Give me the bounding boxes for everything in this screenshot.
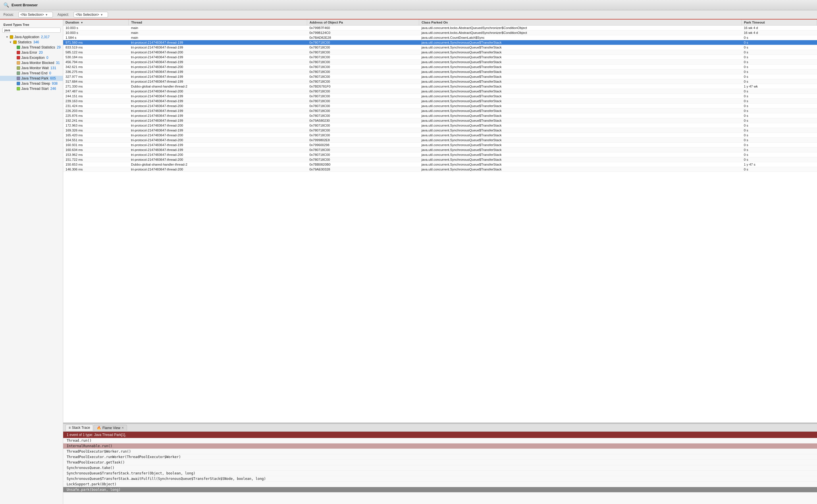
cell-thread: tri-protocol-2147483647-thread-199 [129, 79, 307, 84]
tree-label-thread-end: Java Thread End [21, 71, 47, 75]
sidebar-item-thread-park[interactable]: Java Thread Park 605 [0, 76, 63, 81]
cell-thread: tri-protocol-2147483647-thread-199 [129, 40, 307, 45]
table-row[interactable]: 971.560 mstri-protocol-2147483647-thread… [63, 40, 817, 45]
col-header-class[interactable]: Class Parked On [419, 20, 742, 26]
aspect-select[interactable]: <No Selection> ▼ [73, 12, 108, 18]
table-row[interactable]: 585.122 mstri-protocol-2147483647-thread… [63, 50, 817, 55]
stack-line-item: InternalRunnable.run() [63, 443, 817, 449]
tree-icon-thread-sleep [17, 82, 20, 85]
cell-class: java.util.concurrent.SynchronousQueue$Tr… [419, 123, 742, 128]
sidebar-item-monitor-wait[interactable]: Java Monitor Wait 131 [0, 65, 63, 71]
sidebar-item-thread-stats[interactable]: Java Thread Statistics 29 [0, 45, 63, 50]
table-row[interactable]: 150.653 msDubbo-global-shared-handler-th… [63, 162, 817, 167]
cell-class: java.util.concurrent.locks.AbstractQueue… [419, 26, 742, 30]
cell-class: java.util.concurrent.SynchronousQueue$Tr… [419, 60, 742, 65]
cell-address: 0x780718C00 [307, 99, 419, 104]
sidebar-search-input[interactable] [2, 28, 61, 33]
app-title: Event Browser [11, 3, 38, 7]
cell-timeout: 0 s [742, 89, 817, 94]
tree-icon-monitor-wait [17, 66, 20, 70]
cell-address: 0x780718C00 [307, 45, 419, 50]
cell-duration: 169.326 ms [63, 128, 129, 133]
table-row[interactable]: 317.684 mstri-protocol-2147483647-thread… [63, 79, 817, 84]
stack-trace-content: 1 event of 1 type: Java Thread Park[1], … [63, 432, 817, 504]
sidebar-item-thread-end[interactable]: Java Thread End 0 [0, 71, 63, 76]
table-row[interactable]: 327.977 mstri-protocol-2147483647-thread… [63, 74, 817, 79]
col-header-duration[interactable]: Duration ▼ [63, 20, 129, 26]
sidebar-item-java-exception[interactable]: Java Exception 0 [0, 55, 63, 60]
cell-timeout: 0 s [742, 55, 817, 60]
cell-class: java.util.concurrent.SynchronousQueue$Tr… [419, 55, 742, 60]
table-row[interactable]: 336.275 mstri-protocol-2147483647-thread… [63, 69, 817, 74]
cell-address: 0x780718C00 [307, 65, 419, 69]
col-header-timeout[interactable]: Park Timeout [742, 20, 817, 26]
sidebar-item-statistics[interactable]: ▼Statistics 346 [0, 40, 63, 45]
table-row[interactable]: 151.722 mstri-protocol-2147483647-thread… [63, 157, 817, 162]
stack-line-item: SynchronousQueue$TransferStack.transfer(… [63, 471, 817, 476]
flame-view-tab-label: Flame View [102, 426, 120, 430]
cell-thread: tri-protocol-2147483647-thread-200 [129, 133, 307, 138]
col-header-thread[interactable]: Thread [129, 20, 307, 26]
table-row[interactable]: 231.424 mstri-protocol-2147483647-thread… [63, 104, 817, 108]
tree-icon-thread-start [17, 87, 20, 90]
table-row[interactable]: 225.876 mstri-protocol-2147483647-thread… [63, 113, 817, 118]
table-row[interactable]: 244.151 mstri-protocol-2147483647-thread… [63, 94, 817, 99]
table-row[interactable]: 530.184 mstri-protocol-2147483647-thread… [63, 55, 817, 60]
table-row[interactable]: 1.584 smain0x7BAD82E28java.util.concurre… [63, 35, 817, 40]
cell-duration: 153.962 ms [63, 152, 129, 157]
table-row[interactable]: 342.621 mstri-protocol-2147483647-thread… [63, 65, 817, 69]
cell-address: 0x780718C00 [307, 50, 419, 55]
tree-arrow-statistics: ▼ [9, 41, 12, 44]
tree-label-monitor-blocked: Java Monitor Blocked [21, 61, 54, 65]
table-row[interactable]: 172.963 mstri-protocol-2147483647-thread… [63, 123, 817, 128]
table-row[interactable]: 169.326 mstri-protocol-2147483647-thread… [63, 128, 817, 133]
table-row[interactable]: 192.241 mstri-protocol-2147483647-thread… [63, 118, 817, 123]
table-row[interactable]: 271.330 msDubbo-global-shared-handler-th… [63, 84, 817, 89]
table-row[interactable]: 164.551 mstri-protocol-2147483647-thread… [63, 138, 817, 143]
tree-label-thread-start: Java Thread Start [21, 87, 49, 91]
table-row[interactable]: 146.306 mstri-protocol-2147483647-thread… [63, 167, 817, 172]
cell-timeout: 0 s [742, 148, 817, 152]
sidebar-item-java-error[interactable]: Java Error 20 [0, 50, 63, 55]
cell-duration: 327.977 ms [63, 74, 129, 79]
flame-view-tab-close[interactable]: ✕ [121, 426, 124, 429]
table-row[interactable]: 165.420 mstri-protocol-2147483647-thread… [63, 133, 817, 138]
table-row[interactable]: 247.487 mstri-protocol-2147483647-thread… [63, 89, 817, 94]
cell-timeout: 0 s [742, 167, 817, 172]
tab-stack-trace[interactable]: ≡ Stack Trace [65, 424, 93, 431]
cell-address: 0x780718C00 [307, 133, 419, 138]
table-row[interactable]: 833.519 mstri-protocol-2147483647-thread… [63, 45, 817, 50]
col-header-address[interactable]: Address of Object Pa [307, 20, 419, 26]
table-row[interactable]: 226.203 mstri-protocol-2147483647-thread… [63, 108, 817, 113]
table-row[interactable]: 160.634 mstri-protocol-2147483647-thread… [63, 148, 817, 152]
sidebar-item-thread-start[interactable]: Java Thread Start 246 [0, 86, 63, 91]
focus-bar: Focus: <No Selection> ▼ Aspect: <No Sele… [0, 10, 817, 20]
table-row[interactable]: 456.794 mstri-protocol-2147483647-thread… [63, 60, 817, 65]
table-row[interactable]: 10.003 smain0x799B7F460java.util.concurr… [63, 26, 817, 30]
cell-thread: tri-protocol-2147483647-thread-199 [129, 60, 307, 65]
cell-address: 0x780718C00 [307, 157, 419, 162]
sidebar-item-monitor-blocked[interactable]: Java Monitor Blocked 31 [0, 60, 63, 65]
cell-address: 0x780718C00 [307, 113, 419, 118]
table-row[interactable]: 10.003 smain0x799B124C0java.util.concurr… [63, 30, 817, 35]
cell-duration: 244.151 ms [63, 94, 129, 99]
cell-duration: 150.653 ms [63, 162, 129, 167]
table-row[interactable]: 239.163 mstri-protocol-2147483647-thread… [63, 99, 817, 104]
cell-timeout: 0 s [742, 40, 817, 45]
sidebar-item-thread-sleep[interactable]: Java Thread Sleep 938 [0, 81, 63, 86]
sidebar-item-java-app[interactable]: ▼Java Application 2,317 [0, 34, 63, 40]
tab-flame-view[interactable]: 🔥 Flame View ✕ [94, 425, 127, 431]
focus-select[interactable]: <No Selection> ▼ [18, 12, 53, 18]
stack-line-item: Thread.run() [63, 438, 817, 443]
cell-address: 0x780718C00 [307, 69, 419, 74]
cell-duration: 192.241 ms [63, 118, 129, 123]
events-table-container[interactable]: Duration ▼ Thread Address of Object Pa C… [63, 20, 817, 422]
cell-timeout: 0 s [742, 94, 817, 99]
table-row[interactable]: 160.931 mstri-protocol-2147483647-thread… [63, 143, 817, 148]
cell-address: 0x780718C00 [307, 148, 419, 152]
tree-count-thread-sleep: 938 [52, 82, 58, 86]
cell-thread: main [129, 35, 307, 40]
cell-duration: 342.621 ms [63, 65, 129, 69]
table-row[interactable]: 153.962 mstri-protocol-2147483647-thread… [63, 152, 817, 157]
cell-class: java.util.concurrent.SynchronousQueue$Tr… [419, 104, 742, 108]
